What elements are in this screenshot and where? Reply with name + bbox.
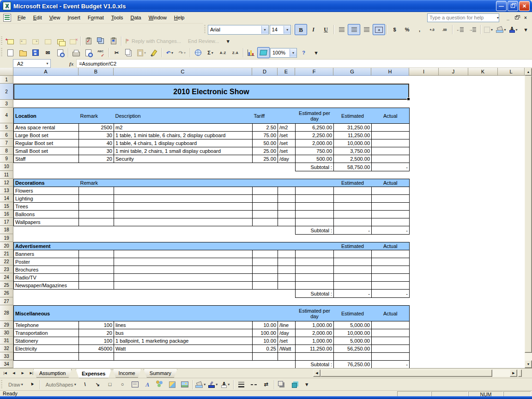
row-header-14[interactable]: 14 bbox=[0, 194, 13, 202]
cell-C8[interactable]: 1 mini table, 2 chairs, 1 small display … bbox=[114, 147, 253, 155]
cell-B24[interactable] bbox=[79, 274, 114, 282]
cell-D7[interactable]: 50.00 bbox=[253, 139, 278, 147]
cell-G28[interactable]: Estimated bbox=[334, 306, 372, 321]
new-button[interactable] bbox=[4, 47, 17, 58]
name-box[interactable]: A2 ▾ bbox=[13, 59, 51, 68]
cell-G4[interactable]: Estimated bbox=[334, 108, 372, 124]
cell-C17[interactable] bbox=[114, 218, 253, 226]
cut-button[interactable]: ✂ bbox=[110, 47, 123, 58]
cell-B16[interactable] bbox=[79, 211, 114, 218]
select-all-corner[interactable] bbox=[0, 68, 13, 76]
cell-H21[interactable] bbox=[372, 250, 410, 258]
cell-H29[interactable] bbox=[372, 321, 410, 329]
cell-F4[interactable]: Estimated per day bbox=[296, 108, 334, 124]
row-header-23[interactable]: 23 bbox=[0, 266, 13, 273]
currency-style-button[interactable]: $ bbox=[388, 24, 401, 35]
cell-F29[interactable]: 1,000.00 bbox=[296, 321, 334, 329]
line-button[interactable]: \ bbox=[79, 379, 91, 390]
cell-G32[interactable]: 56,250.00 bbox=[334, 345, 372, 353]
cell-G23[interactable] bbox=[334, 266, 372, 274]
cell-C12[interactable] bbox=[114, 179, 253, 187]
cell-G21[interactable] bbox=[334, 250, 372, 258]
line-style-button[interactable] bbox=[235, 379, 248, 390]
font-color-button[interactable]: ▾ bbox=[219, 379, 232, 390]
cell-D13[interactable] bbox=[253, 187, 278, 195]
cell-C16[interactable] bbox=[114, 211, 253, 218]
row-header-2[interactable]: 2 bbox=[0, 84, 13, 100]
chevron-down-icon[interactable]: ▾ bbox=[21, 382, 23, 387]
toolbar-options-button[interactable]: ▾ bbox=[301, 379, 313, 390]
italic-button[interactable]: I bbox=[307, 24, 320, 35]
cell-A6[interactable]: Large Boot set bbox=[14, 132, 79, 139]
cell-C9[interactable]: Security bbox=[114, 155, 253, 163]
cell-A7[interactable]: Regular Boot set bbox=[14, 139, 79, 147]
cell-D4[interactable]: Tariff bbox=[253, 108, 296, 124]
row-header-20[interactable]: 20 bbox=[0, 242, 13, 250]
cell-B23[interactable] bbox=[79, 266, 114, 274]
cell-D29[interactable]: 10.00 bbox=[253, 321, 278, 329]
cell-E7[interactable]: /set bbox=[278, 139, 296, 147]
cell-G12[interactable]: Estimated bbox=[334, 179, 372, 187]
save-button[interactable] bbox=[29, 47, 42, 58]
cell-B6[interactable]: 30 bbox=[79, 132, 114, 139]
cell-F28[interactable]: Estimated per day bbox=[296, 306, 334, 321]
cell-D9[interactable]: 25.00 bbox=[253, 155, 278, 163]
print-button[interactable] bbox=[70, 47, 82, 58]
cell-C14[interactable] bbox=[114, 195, 253, 203]
cell-A28[interactable]: Miscellaneous bbox=[14, 306, 79, 321]
cell-H30[interactable] bbox=[372, 329, 410, 337]
cell-H8[interactable] bbox=[372, 147, 410, 155]
row-header-4[interactable]: 4 bbox=[0, 108, 13, 123]
cell-A4[interactable]: Location bbox=[14, 108, 79, 124]
cell-F34[interactable]: Subtotal : bbox=[296, 361, 334, 369]
chevron-down-icon[interactable]: ▾ bbox=[216, 382, 218, 387]
row-header-25[interactable]: 25 bbox=[0, 281, 13, 289]
autoshapes-menu-button[interactable]: AutoShapes▾ bbox=[42, 379, 79, 390]
increase-decimal-button[interactable]: +.0 bbox=[426, 24, 438, 35]
column-header-B[interactable]: B bbox=[79, 68, 114, 76]
cell-C33[interactable] bbox=[114, 353, 253, 361]
chevron-down-icon[interactable]: ▾ bbox=[184, 51, 186, 55]
cell-G9[interactable]: 2,500.00 bbox=[334, 155, 372, 163]
cell-F21[interactable] bbox=[296, 250, 334, 258]
insert-wordart-button[interactable]: A bbox=[141, 379, 154, 390]
sort-descending-button[interactable]: Z↓A bbox=[229, 47, 242, 58]
cell-A21[interactable]: Banners bbox=[14, 250, 79, 258]
cell-F7[interactable]: 2,000.00 bbox=[296, 139, 334, 147]
cell-B31[interactable]: 100 bbox=[79, 337, 114, 345]
chevron-down-icon[interactable]: ▾ bbox=[144, 51, 146, 55]
toolbar-options-button[interactable]: ▾ bbox=[310, 47, 322, 58]
reply-with-changes-button[interactable]: Reply with Changes... bbox=[123, 36, 184, 47]
text-box-button[interactable] bbox=[129, 379, 141, 390]
mdi-minimize-button[interactable]: _ bbox=[504, 14, 512, 21]
cell-B29[interactable]: 100 bbox=[79, 321, 114, 329]
font-color-button[interactable]: ▾ bbox=[507, 24, 520, 35]
cell-H13[interactable] bbox=[372, 187, 410, 195]
row-header-21[interactable]: 21 bbox=[0, 250, 13, 258]
column-header-H[interactable]: H bbox=[371, 68, 409, 76]
redo-button[interactable]: ↷▾ bbox=[176, 47, 188, 58]
menu-view[interactable]: View bbox=[46, 13, 64, 22]
cell-C24[interactable] bbox=[114, 274, 253, 282]
cell-G30[interactable]: 10,000.00 bbox=[334, 329, 372, 337]
sheet-tab-summary[interactable]: Summary bbox=[144, 369, 177, 378]
font-size-combo[interactable]: 14▾ bbox=[270, 25, 291, 35]
cell-G25[interactable] bbox=[334, 282, 372, 290]
cell-B20[interactable] bbox=[79, 242, 114, 250]
cell-E23[interactable] bbox=[278, 266, 296, 274]
cell-A30[interactable]: Transportation bbox=[14, 329, 79, 337]
cell-B4[interactable]: Remark bbox=[79, 108, 114, 124]
cell-D14[interactable] bbox=[253, 195, 278, 203]
row-header-33[interactable]: 33 bbox=[0, 352, 13, 360]
cell-B8[interactable]: 30 bbox=[79, 147, 114, 155]
cell-D28[interactable] bbox=[253, 306, 296, 321]
cell-B21[interactable] bbox=[79, 250, 114, 258]
cell-E30[interactable]: /day bbox=[278, 329, 296, 337]
cell-B9[interactable]: 20 bbox=[79, 155, 114, 163]
cell-G20[interactable]: Estimated bbox=[334, 242, 372, 250]
sheet-tab-assumption[interactable]: Assumption bbox=[33, 369, 72, 378]
format-painter-button[interactable] bbox=[148, 47, 160, 58]
cell-G8[interactable]: 3,750.00 bbox=[334, 147, 372, 155]
drawing-button[interactable] bbox=[257, 47, 270, 58]
cell-A16[interactable]: Balloons bbox=[14, 211, 79, 218]
